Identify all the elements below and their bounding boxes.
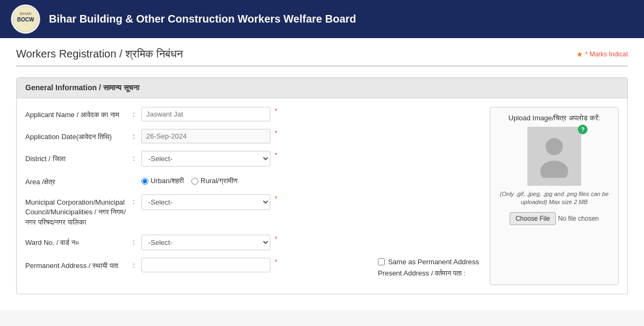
district-wrap: -Select- * bbox=[141, 151, 479, 166]
choose-file-button[interactable]: Choose File bbox=[510, 212, 556, 225]
file-input-row: Choose File No file chosen bbox=[497, 212, 612, 225]
urban-label-text: Urban/शहरी bbox=[151, 177, 184, 185]
marks-indicator-text: * Marks Indicat bbox=[585, 50, 628, 58]
rural-label-text: Rural/ग्रामीण bbox=[201, 177, 238, 185]
district-select[interactable]: -Select- bbox=[141, 151, 270, 166]
required-star-1: * bbox=[275, 107, 277, 115]
form-fields: Applicant Name / आवेदक का नाम : * Applic… bbox=[25, 107, 479, 285]
municipal-label: Municipal Corporation/Municipal Council/… bbox=[25, 194, 133, 227]
section-body: Applicant Name / आवेदक का नाम : * Applic… bbox=[17, 98, 627, 294]
colon-3: : bbox=[133, 151, 141, 162]
applicant-name-input[interactable] bbox=[141, 107, 270, 121]
rural-radio[interactable] bbox=[191, 178, 198, 185]
required-star-3: * bbox=[275, 151, 277, 159]
application-date-input[interactable] bbox=[141, 129, 270, 143]
same-as-permanent-text: Same as Permanent Address bbox=[388, 258, 479, 266]
colon-1: : bbox=[133, 107, 141, 118]
area-row: Area /क्षेत्र Urban/शहरी Rural/ग्रामीण bbox=[25, 174, 479, 187]
svg-point-5 bbox=[540, 161, 568, 178]
no-file-label: No file chosen bbox=[558, 215, 599, 222]
present-address-area: Same as Permanent Address Present Addres… bbox=[378, 258, 479, 278]
ward-label: Ward No. / वार्ड न० bbox=[25, 235, 133, 248]
colon-2: : bbox=[133, 129, 141, 140]
applicant-name-label: Applicant Name / आवेदक का नाम bbox=[25, 107, 133, 120]
upload-title: Upload Image/चित्र अपलोड करें: bbox=[497, 114, 612, 122]
colon-7: : bbox=[133, 258, 141, 269]
ward-row: Ward No. / वार्ड न० : -Select- * bbox=[25, 235, 479, 250]
same-as-permanent-checkbox[interactable] bbox=[378, 258, 385, 265]
colon-4 bbox=[133, 174, 141, 177]
ward-wrap: -Select- * bbox=[141, 235, 479, 250]
address-row: Permanent Address / स्थायी पता : * Same … bbox=[25, 258, 479, 278]
svg-point-4 bbox=[546, 138, 563, 155]
area-wrap: Urban/शहरी Rural/ग्रामीण bbox=[141, 174, 479, 185]
svg-text:BOCW: BOCW bbox=[17, 17, 34, 23]
urban-radio-label[interactable]: Urban/शहरी bbox=[141, 177, 184, 185]
present-address-label: Present Address / वर्तमान पता : bbox=[378, 269, 479, 278]
application-date-row: Application Date(आवेदन तिथि) : * bbox=[25, 129, 479, 143]
page-content: Workers Registration / श्रमिक निबंधन ★ *… bbox=[0, 38, 644, 310]
same-as-permanent-label[interactable]: Same as Permanent Address bbox=[378, 258, 479, 266]
colon-5: : bbox=[133, 194, 141, 206]
section-header: General Information / सामान्य सूचना bbox=[17, 78, 627, 98]
district-label: District / जिला bbox=[25, 151, 133, 164]
area-label: Area /क्षेत्र bbox=[25, 174, 133, 187]
application-date-label: Application Date(आवेदन तिथि) bbox=[25, 129, 133, 142]
application-date-wrap: * bbox=[141, 129, 479, 143]
municipal-select[interactable]: -Select- bbox=[141, 194, 270, 210]
person-silhouette-icon bbox=[538, 135, 570, 178]
upload-panel: Upload Image/चित्र अपलोड करें: ? (Only .… bbox=[490, 107, 619, 285]
page-heading-bar: Workers Registration / श्रमिक निबंधन ★ *… bbox=[16, 38, 628, 67]
colon-6: : bbox=[133, 235, 141, 246]
required-star-2: * bbox=[275, 129, 277, 137]
avatar-container: ? bbox=[527, 127, 581, 186]
area-radio-group: Urban/शहरी Rural/ग्रामीण bbox=[141, 174, 238, 185]
permanent-address-wrap: * bbox=[141, 258, 362, 272]
permanent-address-input[interactable] bbox=[141, 258, 270, 272]
page-title: Workers Registration / श्रमिक निबंधन bbox=[16, 48, 183, 60]
choose-file-label: Choose File bbox=[516, 215, 550, 222]
app-header: BOCW BIHAR Bihar Building & Other Constr… bbox=[0, 0, 644, 38]
ward-select[interactable]: -Select- bbox=[141, 235, 270, 250]
svg-text:BIHAR: BIHAR bbox=[20, 12, 31, 16]
marks-indicator: ★ * Marks Indicat bbox=[576, 50, 628, 59]
district-row: District / जिला : -Select- * bbox=[25, 151, 479, 166]
urban-radio[interactable] bbox=[141, 178, 148, 185]
general-info-section: General Information / सामान्य सूचना Appl… bbox=[16, 77, 628, 294]
app-logo: BOCW BIHAR bbox=[11, 4, 40, 34]
permanent-address-label: Permanent Address / स्थायी पता bbox=[25, 258, 133, 271]
avatar-placeholder bbox=[527, 127, 581, 186]
help-icon[interactable]: ? bbox=[578, 125, 588, 134]
applicant-name-wrap: * bbox=[141, 107, 479, 121]
required-star-6: * bbox=[275, 258, 277, 266]
app-title: Bihar Building & Other Construction Work… bbox=[49, 13, 356, 25]
upload-hint: (Only .gif, .jpeg, .jpg and .png files c… bbox=[497, 190, 612, 207]
required-star-5: * bbox=[275, 235, 277, 243]
rural-radio-label[interactable]: Rural/ग्रामीण bbox=[191, 177, 238, 185]
municipal-row: Municipal Corporation/Municipal Council/… bbox=[25, 194, 479, 227]
applicant-name-row: Applicant Name / आवेदक का नाम : * bbox=[25, 107, 479, 121]
required-star-4: * bbox=[275, 194, 277, 202]
marks-icon: ★ bbox=[576, 50, 583, 59]
municipal-wrap: -Select- * bbox=[141, 194, 479, 210]
